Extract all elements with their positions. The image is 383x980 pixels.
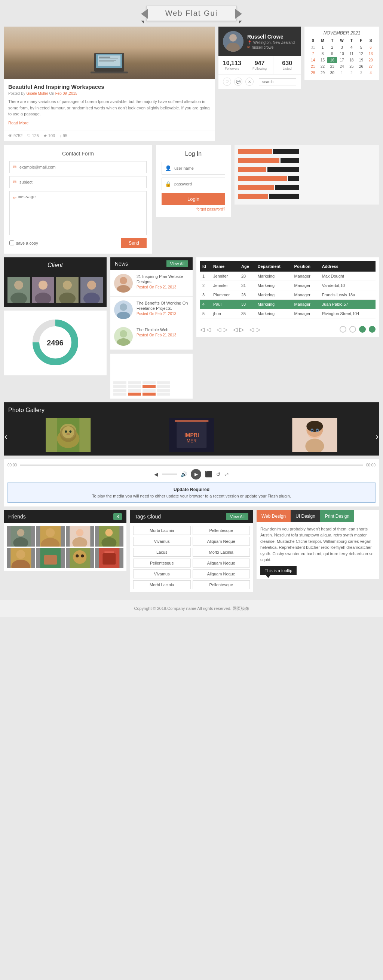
news-item-1: 21 Inspiring Plan Website Designs. Poste…	[110, 270, 193, 297]
tag-11[interactable]: Morbi Lacinia	[133, 580, 191, 589]
right-icon[interactable]: ▷	[223, 326, 227, 333]
volume-bar[interactable]	[162, 474, 177, 475]
message-input[interactable]	[18, 194, 143, 232]
svg-point-55	[312, 430, 313, 431]
like-icon[interactable]: ♡	[223, 78, 231, 86]
friend-thumb-8[interactable]	[95, 548, 123, 568]
blog-meta: Posted By Gisele Muller On Feb 09 ,2015	[8, 91, 210, 95]
table-row[interactable]: 1Jennifer28MarkeingManagerMax Dought	[200, 272, 375, 281]
first-icon[interactable]: ◁	[250, 326, 254, 333]
bar-group-2	[128, 381, 141, 396]
play-button[interactable]: ▶	[191, 469, 201, 479]
radio-btn-4-active[interactable]	[369, 326, 375, 332]
friend-thumb-1[interactable]	[7, 526, 35, 547]
save-copy-checkbox[interactable]	[9, 240, 14, 245]
volume-up-icon[interactable]: 🔊	[180, 471, 187, 477]
blog-card: Beautiful And Inspiring Workspaces Poste…	[4, 27, 215, 141]
friends-grid	[4, 523, 127, 571]
email-input[interactable]	[19, 165, 143, 169]
tab-print-design[interactable]: Print Design	[320, 510, 354, 522]
prev-prev-icon[interactable]: ◁	[200, 326, 204, 333]
tag-7[interactable]: Pellentesque	[133, 558, 191, 568]
nav-group-1: ◁ ◁	[200, 326, 211, 333]
svg-point-9	[229, 34, 237, 41]
contact-form-title: Contact Form	[9, 151, 147, 157]
news-text-2: The Benefits Of Working On Freelance Pro…	[136, 301, 189, 319]
svg-rect-74	[44, 555, 57, 565]
client-photo-3	[56, 277, 79, 303]
login-button[interactable]: Login	[161, 193, 225, 205]
tag-10[interactable]: Aliquam Neque	[193, 570, 250, 578]
comment-icon[interactable]: 💬	[234, 78, 242, 86]
tag-12[interactable]: Pellentesque	[193, 580, 250, 589]
news-header: News View All	[110, 257, 193, 270]
tag-3[interactable]: Vivamus	[133, 537, 191, 546]
blog-date: Feb 09 ,2015	[55, 91, 78, 95]
subject-input[interactable]	[19, 180, 143, 184]
blog-author[interactable]: Gisele Muller	[26, 91, 48, 95]
tag-5[interactable]: Lacus	[133, 548, 191, 557]
friend-thumb-6[interactable]	[36, 548, 65, 568]
progress-bars-section	[234, 145, 379, 205]
radio-btn-1[interactable]	[340, 326, 347, 332]
tags-view-all-button[interactable]: View AlI	[226, 513, 248, 520]
friend-thumb-5[interactable]	[7, 548, 35, 568]
forgot-password-link[interactable]: forgot password?	[161, 207, 225, 211]
gallery-photo-2: IMPRI MER	[131, 418, 252, 452]
next-small-icon[interactable]: ▷	[239, 326, 244, 333]
friend-thumb-4[interactable]	[95, 526, 123, 547]
username-input[interactable]	[174, 166, 222, 170]
volume-down-icon[interactable]: ◀	[154, 471, 158, 477]
calendar-week-2: 7 8910 111213	[308, 51, 375, 57]
radio-btn-3-active[interactable]	[359, 326, 366, 332]
last-icon[interactable]: ▷	[256, 326, 260, 333]
tab-card: Web Design UI Design Print Design Raw de…	[256, 510, 379, 579]
star-icon: ★	[43, 134, 47, 138]
player-time-end: 00:00	[366, 463, 375, 467]
svg-point-12	[14, 281, 23, 290]
tab-web-design[interactable]: Web Design	[256, 510, 291, 522]
friend-thumb-7[interactable]	[66, 548, 94, 568]
table-row-highlighted[interactable]: 4Paul33MarkeingManagerJuan Pablo,57	[200, 299, 375, 309]
tags-grid: Morbi Lacinia Pellentesque Vivamus Aliqu…	[130, 523, 253, 592]
message-row: ✏	[9, 191, 147, 235]
svg-point-52	[307, 421, 323, 432]
bottom-section: Friends 8	[4, 510, 379, 592]
calendar-card: NOVEMBER 2021 SMTWTFS 31 123 456 7 8910 …	[304, 27, 379, 80]
avatar	[223, 31, 244, 52]
prev-small-icon[interactable]: ◁	[233, 326, 237, 333]
tab-ui-design[interactable]: UI Design	[291, 510, 320, 522]
client-photos	[4, 273, 107, 307]
password-input[interactable]	[174, 182, 222, 186]
friend-thumb-2[interactable]	[36, 526, 65, 547]
prev-icon[interactable]: ◁	[206, 326, 211, 333]
table-row[interactable]: 3Plummer28MarkeingManagerFrancis Lewis 1…	[200, 290, 375, 299]
calendar-week-3: 14 151617 181920	[308, 57, 375, 63]
send-button[interactable]: Send	[121, 238, 147, 248]
gallery-prev-button[interactable]: ‹	[5, 432, 7, 442]
radio-btn-2[interactable]	[349, 326, 356, 332]
footer: Copyright © 2018.Company name All rights…	[0, 600, 383, 617]
player-progress-bar[interactable]	[20, 465, 363, 466]
search-input[interactable]	[259, 78, 296, 86]
tag-4[interactable]: Aliquam Neque	[193, 537, 250, 546]
table-row[interactable]: 2Jennifer31MarkeingManagerVanderbit,10	[200, 281, 375, 290]
table-row[interactable]: 5jhon35MarkeingManagerRivington Street,1…	[200, 309, 375, 318]
subject-row: ✉	[9, 176, 147, 188]
form-bottom: save a copy Send	[9, 238, 147, 248]
player-card: 00:00 00:00 ◀ 🔊 ▶ ⬛ ↺ ⇌ Update Required …	[4, 459, 379, 506]
gallery-next-button[interactable]: ›	[376, 432, 378, 442]
read-more-link[interactable]: Read More	[8, 121, 28, 125]
tag-1[interactable]: Morbi Lacinia	[133, 526, 191, 535]
news-view-all-button[interactable]: View All	[166, 260, 188, 267]
stop-icon[interactable]: ⬛	[205, 471, 212, 478]
tag-2[interactable]: Pellentesque	[193, 526, 250, 535]
left-icon[interactable]: ◁	[217, 326, 221, 333]
friend-thumb-3[interactable]	[66, 526, 94, 547]
repeat-icon[interactable]: ↺	[216, 471, 221, 477]
share-icon[interactable]: ✕	[245, 78, 253, 86]
tag-9[interactable]: Vivamus	[133, 570, 191, 578]
tag-8[interactable]: Aliquam Neque	[193, 558, 250, 568]
tag-6[interactable]: Morbi Lacinia	[193, 548, 250, 557]
shuffle-icon[interactable]: ⇌	[225, 471, 229, 477]
